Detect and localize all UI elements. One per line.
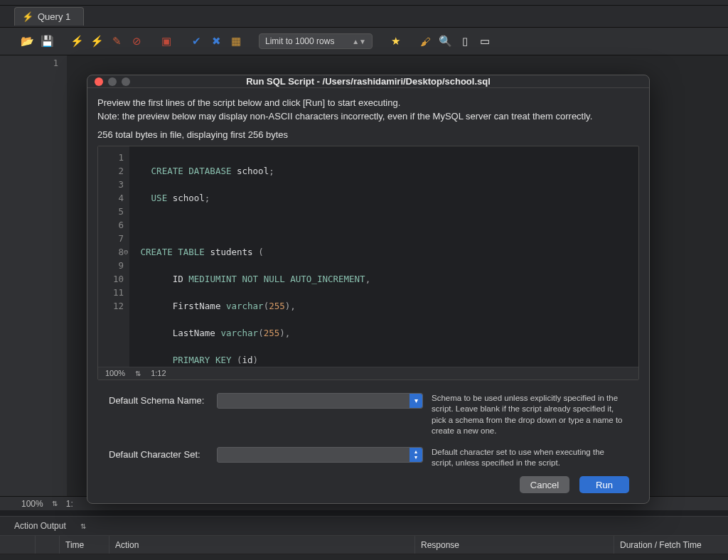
brush-icon[interactable]: 🖌 [418, 34, 432, 48]
script-preview: 1 2 3 4 5 6 7 8 9 10 11 12 CREATE DATABA… [97, 146, 639, 380]
fold-icon[interactable]: ⊖ [124, 245, 129, 259]
byte-line: 256 total bytes in file, displaying firs… [97, 129, 639, 140]
output-columns: Time Action Response Duration / Fetch Ti… [0, 536, 728, 554]
panel2-icon[interactable]: ▭ [478, 34, 492, 48]
sql-toolbar: 📂 💾 ⚡ ⚡ ✎ ⊘ ▣ ✔ ✖ ▦ Limit to 1000 rows ▲… [0, 27, 728, 55]
bg-line-1: 1 [0, 58, 58, 68]
row-limit-label: Limit to 1000 rows [265, 36, 334, 46]
dialog-title: Run SQL Script - /Users/rashidamiri/Desk… [246, 76, 491, 87]
col-duration[interactable]: Duration / Fetch Time [614, 536, 728, 554]
close-icon[interactable] [95, 77, 103, 86]
col-action[interactable]: Action [109, 536, 415, 554]
output-dropdown[interactable]: Action Output [14, 521, 66, 531]
run-button[interactable]: Run [579, 476, 629, 493]
code-zoom: 100% [105, 369, 125, 377]
chevron-updown-icon: ▲▼ [352, 38, 366, 45]
bg-zoom: 100% [21, 499, 43, 509]
preview-line2: Note: the preview below may display non-… [97, 110, 639, 124]
preview-line1: Preview the first lines of the script be… [97, 97, 639, 110]
row-limit-select[interactable]: Limit to 1000 rows ▲▼ [259, 33, 373, 49]
star-icon[interactable]: ★ [388, 34, 402, 48]
code-body[interactable]: CREATE DATABASE school; USE school; ⊖ CR… [129, 146, 638, 367]
autocommit-on-icon[interactable]: ✔ [189, 34, 203, 48]
query-tab-1[interactable]: ⚡ Query 1 [14, 7, 84, 26]
dialog-buttons: Cancel Run [97, 469, 639, 493]
col-blank[interactable] [0, 536, 36, 554]
code-statusbar: 100% ⇅ 1:12 [98, 367, 638, 379]
chevron-updown-icon: ▴▾ [410, 448, 422, 462]
col-num[interactable] [36, 536, 60, 554]
search-icon[interactable]: 🔍 [438, 34, 452, 48]
schema-hint: Schema to be used unless explicitly spec… [432, 393, 628, 437]
autocommit-off-icon[interactable]: ✖ [209, 34, 223, 48]
panel1-icon[interactable]: ▯ [458, 34, 472, 48]
toggle-icon[interactable]: ▦ [229, 34, 243, 48]
explain-icon[interactable]: ✎ [109, 34, 124, 48]
bolt-icon: ⚡ [22, 11, 33, 22]
dialog-titlebar[interactable]: Run SQL Script - /Users/rashidamiri/Desk… [87, 75, 649, 88]
output-body [0, 554, 728, 560]
chevron-updown-icon[interactable]: ⇅ [135, 370, 141, 377]
chevron-down-icon: ▾ [410, 394, 422, 408]
maximize-icon[interactable] [122, 77, 130, 86]
col-response[interactable]: Response [415, 536, 614, 554]
charset-label: Default Character Set: [109, 447, 208, 460]
bg-pos: 1: [66, 499, 73, 509]
query-tabbar: ⚡ Query 1 [0, 6, 728, 27]
run-script-dialog: Run SQL Script - /Users/rashidamiri/Desk… [87, 75, 650, 504]
open-file-icon[interactable]: 📂 [20, 34, 34, 48]
col-time[interactable]: Time [60, 536, 109, 554]
chevron-updown-icon[interactable]: ⇅ [52, 500, 58, 507]
charset-hint: Default character set to use when execut… [432, 447, 628, 469]
chevron-updown-icon[interactable]: ⇅ [80, 522, 86, 530]
execute-icon[interactable]: ⚡ [70, 34, 84, 48]
commit-icon[interactable]: ▣ [159, 34, 173, 48]
schema-label: Default Schema Name: [109, 393, 208, 406]
execute-current-icon[interactable]: ⚡ [90, 34, 104, 48]
save-file-icon[interactable]: 💾 [40, 34, 54, 48]
options-form: Default Schema Name: ▾ Schema to be used… [97, 393, 639, 469]
stop-icon[interactable]: ⊘ [129, 34, 144, 48]
code-pos: 1:12 [151, 369, 166, 377]
output-panel-header: Action Output ⇅ [0, 516, 728, 536]
charset-select[interactable]: ▴▾ [217, 447, 423, 463]
top-spacer [0, 0, 728, 6]
cancel-button[interactable]: Cancel [520, 476, 569, 493]
bg-editor-gutter: 1 [0, 55, 67, 496]
preview-text: Preview the first lines of the script be… [97, 97, 639, 124]
query-tab-label: Query 1 [38, 11, 70, 22]
minimize-icon[interactable] [108, 77, 117, 86]
schema-select[interactable]: ▾ [217, 393, 423, 409]
